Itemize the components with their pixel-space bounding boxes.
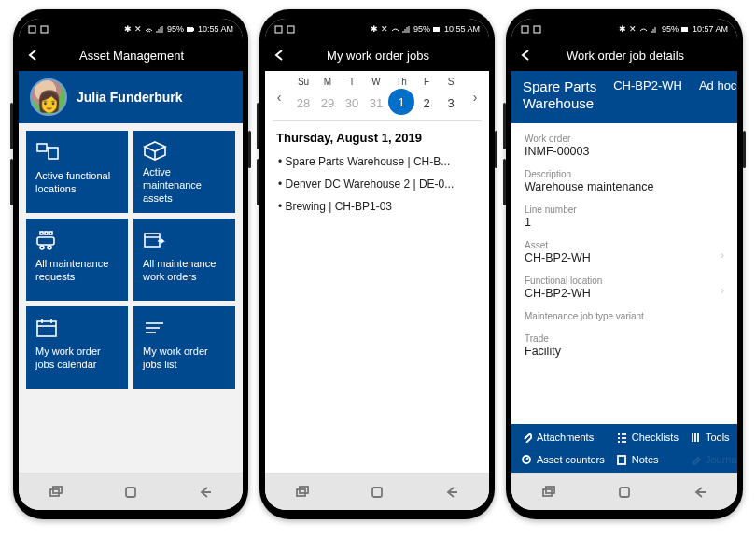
signal-icon: [651, 25, 659, 34]
clock: 10:57 AM: [693, 24, 728, 34]
notif-icon: [274, 25, 283, 34]
field-description: Description Warehouse maintenance: [525, 164, 724, 200]
signal-icon: [156, 25, 164, 34]
status-bar: ✱✕ 95% 10:55 AM: [265, 19, 489, 39]
action-attachments[interactable]: Attachments: [515, 430, 610, 445]
svg-rect-29: [126, 488, 135, 497]
field-value: CH-BP2-WH: [525, 287, 724, 300]
tile-my-work-order-jobs-list[interactable]: My work order jobs list: [133, 306, 235, 389]
field-job-type-variant: Maintenance job type variant: [525, 306, 724, 329]
cal-day[interactable]: 3: [439, 89, 463, 117]
cal-day[interactable]: 30: [340, 89, 364, 117]
page-title: Work order job details: [521, 49, 730, 63]
phone-asset-management: ✱✕ 95% 10:55 AM Asset Management 👩 Julia…: [13, 9, 248, 519]
home-icon[interactable]: [370, 485, 385, 500]
recents-icon[interactable]: [541, 485, 556, 500]
tab-ad-hoc[interactable]: Ad hoc: [699, 78, 736, 92]
chevron-right-icon: ›: [721, 284, 724, 297]
back-android-icon[interactable]: [198, 485, 213, 500]
svg-rect-55: [620, 488, 629, 497]
field-label: Trade: [525, 333, 724, 344]
tab-asset-code[interactable]: CH-BP2-WH: [613, 78, 682, 92]
field-trade: Trade Facility: [525, 329, 724, 364]
calendar-icon: [35, 318, 60, 338]
tile-grid: Active functional locations Active maint…: [19, 123, 243, 473]
profile-banner[interactable]: 👩 Julia Funderburk: [19, 71, 243, 123]
job-item[interactable]: Brewing | CH-BP1-03: [265, 195, 489, 218]
cube-icon: [143, 140, 167, 161]
svg-rect-2: [187, 27, 193, 32]
svg-rect-12: [40, 232, 43, 234]
action-journal[interactable]: Journal: [684, 452, 737, 467]
tile-my-work-order-jobs-calendar[interactable]: My work order jobs calendar: [26, 306, 128, 389]
action-notes[interactable]: Notes: [610, 452, 684, 467]
android-nav: [511, 473, 737, 510]
cal-day[interactable]: 31: [364, 89, 388, 117]
battery-icon: [433, 25, 441, 34]
action-asset-counters[interactable]: Asset counters: [515, 452, 610, 467]
job-item[interactable]: Spare Parts Warehouse | CH-B...: [265, 150, 489, 173]
workorders-icon: [143, 230, 167, 250]
job-item[interactable]: Denver DC Warehouse 2 | DE-0...: [265, 173, 489, 195]
page-title: Asset Management: [28, 49, 235, 63]
status-bar: ✱✕ 95% 10:57 AM: [511, 19, 737, 39]
detail-fields: Work order INMF-00003 Description Wareho…: [511, 123, 737, 424]
svg-rect-9: [37, 237, 54, 245]
svg-rect-38: [522, 26, 528, 33]
title-bar: Asset Management: [19, 39, 243, 71]
notif-icon: [533, 25, 541, 34]
status-bar: ✱✕ 95% 10:55 AM: [19, 19, 243, 39]
cal-day[interactable]: 28: [291, 89, 315, 117]
detail-tabs[interactable]: Spare PartsWarehouse CH-BP2-WH Ad hoc: [511, 71, 737, 123]
notif-icon: [287, 25, 295, 34]
battery-icon: [681, 25, 690, 34]
home-icon[interactable]: [617, 485, 632, 500]
title-bar: Work order job details: [511, 39, 737, 71]
battery-pct: 95%: [413, 24, 430, 34]
back-android-icon[interactable]: [444, 485, 459, 500]
svg-rect-36: [372, 488, 382, 497]
cal-day[interactable]: 2: [414, 89, 439, 117]
page-title: My work order jobs: [274, 49, 482, 63]
svg-rect-40: [681, 27, 688, 32]
cal-next[interactable]: ›: [467, 90, 483, 105]
tab-spare-parts-warehouse[interactable]: Spare PartsWarehouse: [523, 78, 596, 112]
clock: 10:55 AM: [198, 24, 233, 34]
dow: W: [364, 77, 388, 89]
action-checklists[interactable]: Checklists: [610, 430, 684, 445]
recents-icon[interactable]: [295, 485, 310, 500]
svg-point-11: [48, 246, 51, 249]
cal-day-selected[interactable]: 1: [388, 89, 414, 115]
tile-active-maintenance-assets[interactable]: Active maintenance assets: [133, 131, 235, 213]
user-name: Julia Funderburk: [77, 90, 183, 105]
field-value: Facility: [525, 345, 724, 358]
action-tools[interactable]: Tools: [684, 430, 737, 445]
field-label: Line number: [525, 205, 724, 215]
home-icon[interactable]: [123, 485, 138, 500]
android-nav: [265, 473, 489, 510]
phone-work-order-detail: ✱✕ 95% 10:57 AM Work order job details S…: [506, 9, 743, 519]
recents-icon[interactable]: [49, 485, 63, 500]
cal-day[interactable]: 29: [315, 89, 340, 117]
dow: F: [414, 77, 439, 89]
field-asset[interactable]: Asset CH-BP2-WH ›: [525, 235, 724, 271]
action-label: Checklists: [632, 432, 679, 443]
action-label: Journal: [706, 454, 737, 465]
notif-icon: [28, 25, 36, 34]
svg-rect-0: [29, 26, 35, 33]
requests-icon: [35, 230, 60, 250]
svg-rect-31: [275, 26, 282, 33]
svg-rect-52: [618, 456, 625, 464]
action-label: Asset counters: [537, 454, 605, 465]
tile-all-maintenance-requests[interactable]: All maintenance requests: [26, 219, 128, 301]
field-label: Work order: [525, 134, 724, 144]
svg-rect-17: [37, 321, 56, 336]
signal-icon: [402, 25, 411, 34]
wifi-icon: [639, 25, 648, 34]
back-android-icon[interactable]: [693, 485, 707, 500]
field-label: Description: [525, 169, 724, 179]
tile-all-maintenance-work-orders[interactable]: All maintenance work orders: [133, 219, 235, 301]
cal-prev[interactable]: ‹: [271, 90, 287, 105]
field-functional-location[interactable]: Functional location CH-BP2-WH ›: [525, 271, 724, 306]
tile-active-functional-locations[interactable]: Active functional locations: [26, 131, 128, 213]
